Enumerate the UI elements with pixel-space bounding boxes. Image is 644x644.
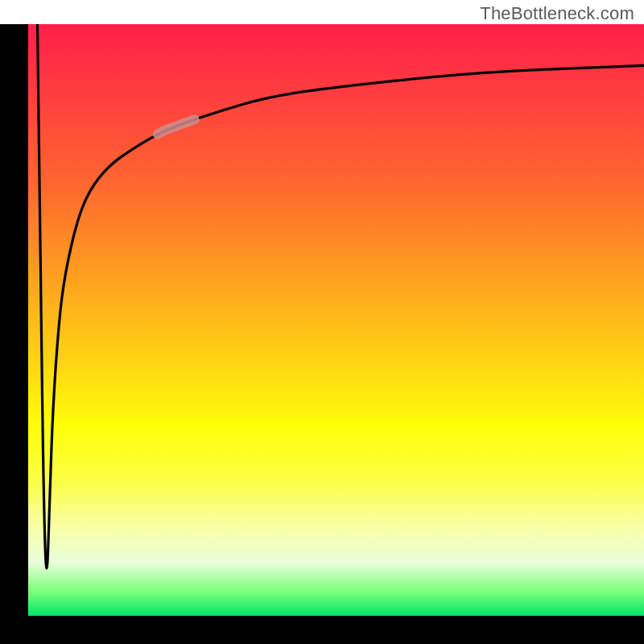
plot-area bbox=[28, 24, 644, 616]
chart-stage: TheBottleneck.com bbox=[0, 0, 644, 644]
chart-frame bbox=[0, 24, 644, 644]
watermark-text: TheBottleneck.com bbox=[480, 3, 634, 24]
bottleneck-curve-path bbox=[38, 24, 645, 568]
curve-layer bbox=[28, 24, 644, 616]
highlight-segment-path bbox=[158, 120, 195, 134]
